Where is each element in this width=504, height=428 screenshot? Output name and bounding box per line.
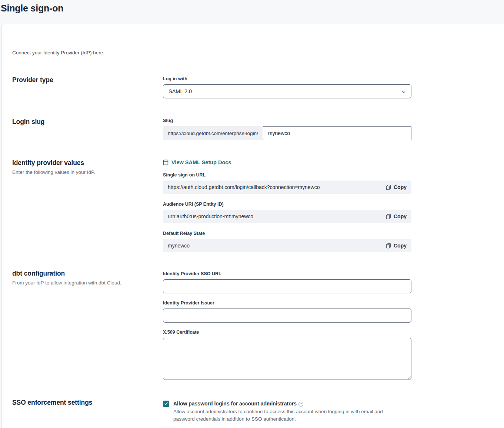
dbt-configuration-subheading: From your IdP to allow integration with … (12, 280, 156, 286)
sso-url-label: Single sign-on URL (163, 172, 411, 178)
allow-password-logins-description: Allow account administrators to continue… (173, 408, 404, 423)
sso-enforcement-heading: SSO enforcement settings (12, 398, 156, 407)
checkbox-label-text: Allow password logins for account admini… (173, 401, 297, 407)
x509-certificate-textarea[interactable] (163, 338, 411, 380)
relay-state-label: Default Relay State (163, 230, 411, 237)
idp-issuer-label: Identity Provider Issuer (163, 300, 411, 306)
document-icon (163, 159, 168, 165)
provider-type-select[interactable]: SAML 2.0 (163, 84, 411, 98)
docs-link-label: View SAML Setup Docs (171, 159, 231, 166)
idp-sso-url-label: Identity Provider SSO URL (163, 271, 411, 277)
dbt-configuration-heading: dbt configuration (12, 269, 156, 277)
view-saml-setup-docs-link[interactable]: View SAML Setup Docs (163, 159, 231, 166)
idp-sso-url-input[interactable] (163, 279, 411, 293)
copy-button-label: Copy (394, 184, 407, 190)
copy-icon (386, 214, 391, 219)
audience-uri-readonly-field: urn:auth0:us-production-mt:mynewco Copy (163, 210, 411, 223)
section-sso-enforcement: SSO enforcement settings Allow password … (12, 398, 504, 423)
slug-url-prefix: https://cloud.getdbt.com/enterprise-logi… (163, 126, 263, 140)
provider-type-selected-value: SAML 2.0 (168, 88, 192, 94)
allow-password-logins-checkbox[interactable] (163, 401, 169, 407)
help-icon[interactable]: ? (298, 402, 303, 407)
log-in-with-label: Log in with (163, 76, 411, 82)
page-header: Single sign-on (0, 0, 504, 24)
copy-icon (386, 185, 391, 190)
relay-state-readonly-field: mynewco Copy (163, 239, 411, 252)
sso-url-readonly-field: https://auth.cloud.getdbt.com/login/call… (163, 181, 411, 194)
allow-password-logins-label: Allow password logins for account admini… (173, 400, 404, 407)
page-title: Single sign-on (1, 3, 504, 14)
settings-card: Connect your Identity Provider (IdP) her… (1, 24, 504, 428)
copy-icon (386, 243, 391, 249)
intro-text: Connect your Identity Provider (IdP) her… (12, 49, 504, 57)
slug-field-group: https://cloud.getdbt.com/enterprise-logi… (163, 126, 411, 140)
relay-state-value: mynewco (168, 243, 190, 249)
section-provider-type: Provider type Log in with SAML 2.0 (12, 76, 504, 98)
allow-password-logins-row: Allow password logins for account admini… (163, 400, 411, 423)
x509-certificate-label: X.509 Certificate (163, 329, 411, 336)
slug-label: Slug (163, 118, 411, 124)
chevron-down-icon (401, 89, 406, 94)
idp-values-subheading: Enter the following values in your IdP. (12, 169, 156, 176)
copy-relay-state-button[interactable]: Copy (386, 243, 407, 249)
copy-button-label: Copy (394, 213, 407, 219)
sso-url-value: https://auth.cloud.getdbt.com/login/call… (168, 184, 320, 190)
audience-uri-value: urn:auth0:us-production-mt:mynewco (168, 213, 253, 219)
section-idp-values: Identity provider values Enter the follo… (12, 159, 504, 252)
section-dbt-configuration: dbt configuration From your IdP to allow… (12, 269, 504, 380)
section-login-slug: Login slug Slug https://cloud.getdbt.com… (12, 118, 504, 140)
slug-input[interactable] (263, 126, 411, 140)
login-slug-heading: Login slug (12, 118, 156, 126)
audience-uri-label: Audience URI (SP Entity ID) (163, 201, 411, 208)
copy-audience-uri-button[interactable]: Copy (386, 213, 407, 219)
copy-sso-url-button[interactable]: Copy (386, 184, 407, 190)
provider-type-heading: Provider type (12, 76, 156, 84)
copy-button-label: Copy (394, 243, 407, 249)
idp-values-heading: Identity provider values (12, 159, 156, 167)
idp-issuer-input[interactable] (163, 309, 411, 323)
